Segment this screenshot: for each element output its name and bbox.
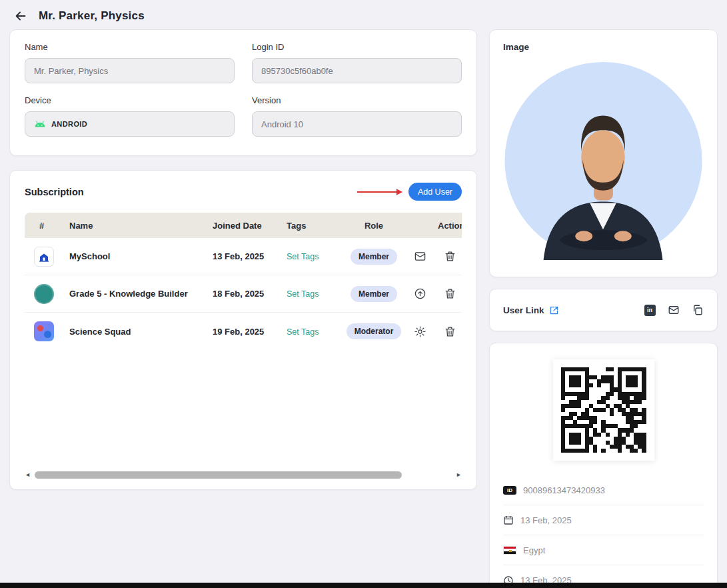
- device-value: ANDROID: [51, 120, 87, 128]
- scrollbar-track[interactable]: [35, 471, 452, 479]
- school-logo-icon: [34, 247, 54, 267]
- user-id-value: 90089613473420933: [523, 485, 605, 495]
- user-link-card: User Link in: [489, 289, 718, 331]
- back-button[interactable]: [12, 7, 29, 25]
- login-id-field: Login ID: [252, 42, 462, 83]
- arrow-left-icon: [13, 9, 28, 23]
- set-tags-link[interactable]: Set Tags: [287, 327, 319, 337]
- col-hash: #: [25, 221, 65, 231]
- table-row: MySchool 13 Feb, 2025 Set Tags Member: [25, 238, 462, 275]
- subscription-name: MySchool: [65, 251, 208, 261]
- subscription-name: Science Squad: [65, 327, 208, 337]
- qr-code-frame: [553, 359, 654, 461]
- user-id-row: ID 90089613473420933: [503, 475, 704, 505]
- login-id-input[interactable]: [252, 58, 462, 83]
- group-avatar-icon: [34, 321, 54, 341]
- subscription-card: Subscription Add User # Name Joined Date…: [9, 170, 477, 490]
- user-link-label: User Link: [503, 305, 544, 315]
- scrollbar-thumb[interactable]: [35, 471, 402, 479]
- arrow-up-circle-icon[interactable]: [414, 287, 426, 300]
- country-value: Egypt: [523, 545, 545, 555]
- user-info-card: ID 90089613473420933 13 Feb, 2025 Egypt: [489, 343, 718, 588]
- col-joined-date: Joined Date: [208, 221, 281, 231]
- trash-icon[interactable]: [444, 287, 456, 300]
- role-badge: Member: [351, 249, 397, 265]
- page-title: Mr. Parker, Physics: [39, 9, 145, 23]
- name-label: Name: [25, 42, 235, 52]
- group-avatar-icon: [34, 284, 54, 304]
- external-link-icon[interactable]: [549, 305, 559, 315]
- table-row: Science Squad 19 Feb, 2025 Set Tags Mode…: [25, 313, 462, 350]
- scroll-right-arrow[interactable]: ►: [456, 472, 462, 478]
- copy-icon[interactable]: [692, 304, 704, 316]
- joined-date: 19 Feb, 2025: [208, 327, 281, 337]
- android-icon: [34, 120, 46, 128]
- image-card: Image: [489, 29, 718, 277]
- avatar-image: [503, 61, 704, 261]
- email-icon[interactable]: [668, 304, 680, 316]
- page: Mr. Parker, Physics Name Login ID Device: [0, 0, 727, 588]
- joined-date: 18 Feb, 2025: [208, 289, 281, 299]
- gear-icon[interactable]: [414, 325, 426, 338]
- name-field: Name: [25, 42, 235, 83]
- egypt-flag-icon: [503, 546, 516, 555]
- version-input[interactable]: [252, 111, 462, 137]
- red-arrow-annotation: [357, 188, 403, 196]
- device-value-box[interactable]: ANDROID: [25, 111, 235, 137]
- table-header-row: # Name Joined Date Tags Role Action: [25, 213, 462, 238]
- linkedin-icon[interactable]: in: [644, 304, 656, 316]
- horizontal-scrollbar: ◄ ►: [25, 467, 462, 481]
- login-id-label: Login ID: [252, 42, 462, 52]
- subscription-title: Subscription: [25, 187, 84, 197]
- joined-date-value: 13 Feb, 2025: [520, 515, 572, 525]
- set-tags-link[interactable]: Set Tags: [287, 289, 319, 299]
- qr-code: [561, 367, 646, 453]
- col-action: Action: [403, 221, 462, 231]
- role-badge: Moderator: [347, 323, 402, 339]
- profile-details-card: Name Login ID Device: [9, 29, 477, 156]
- version-label: Version: [252, 95, 462, 105]
- set-tags-link[interactable]: Set Tags: [287, 252, 319, 261]
- device-label: Device: [25, 95, 235, 105]
- table-row: Grade 5 - Knowledge Builder 18 Feb, 2025…: [25, 275, 462, 313]
- bottom-bar: [0, 583, 727, 588]
- subscription-table: # Name Joined Date Tags Role Action: [25, 213, 462, 350]
- image-label: Image: [503, 42, 529, 52]
- name-input[interactable]: [25, 58, 235, 83]
- trash-icon[interactable]: [444, 250, 456, 263]
- add-user-button[interactable]: Add User: [408, 183, 462, 201]
- joined-date: 13 Feb, 2025: [208, 251, 281, 261]
- role-badge: Member: [351, 286, 397, 302]
- subscription-name: Grade 5 - Knowledge Builder: [65, 289, 208, 299]
- envelope-icon[interactable]: [414, 250, 426, 263]
- trash-icon[interactable]: [444, 325, 456, 338]
- scroll-left-arrow[interactable]: ◄: [25, 472, 31, 478]
- content: Name Login ID Device: [0, 29, 727, 588]
- device-field: Device ANDROID: [25, 95, 235, 137]
- version-field: Version: [252, 95, 462, 137]
- col-name: Name: [65, 221, 208, 231]
- col-role: Role: [345, 221, 403, 231]
- country-row: Egypt: [503, 535, 704, 565]
- joined-date-row: 13 Feb, 2025: [503, 505, 704, 535]
- id-badge-icon: ID: [503, 486, 516, 495]
- top-bar: Mr. Parker, Physics: [0, 0, 727, 29]
- col-tags: Tags: [281, 221, 345, 231]
- calendar-icon: [503, 515, 514, 525]
